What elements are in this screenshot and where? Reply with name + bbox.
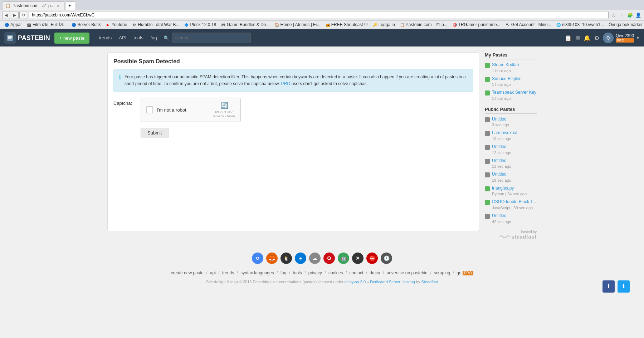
bookmark-ni335103[interactable]: 🌐 ni335103_10.vweb1...	[554, 21, 606, 28]
recaptcha-widget[interactable]: I'm not a robot 🔄 reCAPTCHA Privacy - Te…	[141, 98, 241, 122]
opera-icon[interactable]: O	[323, 253, 335, 264]
bookmark-plesk[interactable]: 🔷 Plesk 12.0.18	[182, 21, 218, 28]
gear-icon[interactable]: ⚙	[594, 35, 599, 41]
bookmark-logga[interactable]: 🔑 Logga in	[370, 21, 397, 28]
facebook-button[interactable]: f	[602, 280, 615, 293]
refresh-button[interactable]: ↻	[19, 11, 27, 19]
paste-time-untitled5: 42 sec ago	[492, 220, 511, 224]
bookmark-youtube-icon: ▶	[106, 22, 111, 27]
active-tab[interactable]: 📋 Pastebin.com - #1 p... ✕	[2, 1, 64, 10]
paste-link-teamspeak[interactable]: Teamspeak Server Key	[492, 90, 537, 95]
new-paste-button[interactable]: + new paste	[54, 33, 89, 44]
paste-link-steam[interactable]: Steam Kodlari	[492, 62, 537, 68]
paste-link-untitled2[interactable]: Untitled	[492, 144, 537, 150]
dedicated-server-hosting-link[interactable]: Dedicated Server Hosting	[370, 280, 415, 284]
nav-right-area: 📋 ✉ 🔔 ⚙ Q Qwe2390 PRO ▼	[565, 33, 640, 43]
footer-scraping[interactable]: scraping	[434, 270, 450, 275]
nav-faq[interactable]: faq	[147, 29, 161, 46]
steadfast-link[interactable]: Steadfast	[421, 280, 438, 284]
bookmark-server-butik-label: Server Butik	[77, 22, 101, 27]
bookmark-trgamer[interactable]: 🎯 TRGamer punishme...	[450, 21, 503, 28]
bookmark-trgamer-icon: 🎯	[452, 22, 457, 27]
chrome-icon[interactable]	[252, 253, 263, 264]
chevron-down-icon: ▼	[636, 36, 640, 40]
user-menu[interactable]: Q Qwe2390 PRO ▼	[603, 33, 640, 43]
paste-icon[interactable]: 📋	[565, 35, 572, 41]
hosted-by-area: hosted by steadfast	[485, 230, 537, 240]
cc-link[interactable]: cc by-sa 3.0	[345, 280, 366, 284]
tab-title: Pastebin.com - #1 p...	[13, 3, 54, 8]
footer-cookies[interactable]: cookies	[328, 270, 343, 275]
extension-icon[interactable]: 🧩	[626, 11, 634, 19]
paste-time-untitled4: 19 sec ago	[492, 178, 511, 182]
footer-create-new-paste[interactable]: create new paste	[171, 270, 203, 275]
paste-lang-triangles: Python |	[492, 192, 507, 196]
android-icon[interactable]: 🤖	[338, 253, 349, 264]
footer-go-pro[interactable]: go PRO	[457, 270, 473, 275]
twitter-button[interactable]: t	[618, 280, 630, 293]
settings-icon[interactable]: ⋮	[618, 11, 625, 19]
bookmark-logga-label: Logga in	[379, 22, 395, 27]
back-button[interactable]: ◀	[2, 11, 10, 19]
firefox-icon[interactable]: 🦊	[266, 253, 278, 264]
pro-link[interactable]: PRO	[281, 81, 290, 86]
paste-icon-untitled4	[485, 172, 490, 177]
windows-icon[interactable]: ⊞	[295, 253, 306, 264]
bookmark-game-bundles[interactable]: 🎮 Game Bundles & De...	[219, 21, 272, 28]
nav-api[interactable]: API	[115, 29, 130, 46]
nav-tools[interactable]: tools	[130, 29, 147, 46]
bookmark-appar[interactable]: 🔵 Appar	[2, 21, 24, 28]
search-input[interactable]	[172, 33, 251, 43]
bookmark-film[interactable]: 🎬 Film izle, Full İzl...	[24, 21, 69, 28]
new-tab-button[interactable]: +	[65, 1, 76, 10]
footer-dmca[interactable]: dmca	[370, 270, 380, 275]
footer-api[interactable]: api	[210, 270, 216, 275]
paste-link-csgo[interactable]: CSGOdouble Black T...	[492, 199, 537, 205]
paste-link-bisexual[interactable]: I am bisexual	[492, 130, 537, 136]
pastebin-logo[interactable]: PASTEBIN	[4, 32, 50, 44]
paste-link-triangles[interactable]: triangles.py	[492, 186, 537, 191]
clock-icon[interactable]: 🕐	[381, 253, 392, 264]
submit-button[interactable]: Submit	[141, 128, 169, 138]
bookmark-other[interactable]: Övriga bokmärker »	[606, 21, 644, 28]
user-profile-icon[interactable]: 👤	[635, 11, 642, 19]
paste-link-sunucu[interactable]: Sunucu Bilgileri	[492, 76, 537, 82]
bookmark-atemos[interactable]: 🏠 Home | Atemos | Fr...	[272, 21, 323, 28]
paste-link-untitled4[interactable]: Untitled	[492, 172, 537, 177]
bookmark-humble[interactable]: ⚙ Humble Total War B...	[130, 21, 181, 28]
cloud-icon[interactable]: ☁	[309, 253, 321, 264]
paste-link-untitled3[interactable]: Untitled	[492, 158, 537, 164]
paste-link-untitled5[interactable]: Untitled	[492, 213, 537, 219]
bookmark-server-butik[interactable]: 🔵 Server Butik	[69, 21, 103, 28]
paste-icon-untitled3	[485, 159, 490, 164]
footer-tools[interactable]: tools	[293, 270, 302, 275]
tab-close-button[interactable]: ✕	[57, 4, 60, 8]
bookmark-pastebin[interactable]: 📋 Pastebin.com - #1 p...	[397, 21, 450, 28]
bookmark-youtube[interactable]: ▶ Youtube	[103, 21, 130, 28]
footer-trends[interactable]: trends	[222, 270, 234, 275]
nav-trends[interactable]: trends	[95, 29, 115, 46]
bookmark-getaccount[interactable]: ⛏ Get Account - Mine...	[503, 21, 553, 28]
bookmark-shoutcast[interactable]: 📻 FREE Shoutcast !!!	[323, 21, 370, 28]
x-icon[interactable]: ✕	[352, 253, 364, 264]
footer-privacy[interactable]: privacy	[308, 270, 322, 275]
footer-links-row: create new paste / api / trends / syntax…	[0, 268, 644, 278]
mail-icon[interactable]: ✉	[575, 35, 580, 41]
footer-contact[interactable]: contact	[350, 270, 364, 275]
linux-icon[interactable]: 🐧	[280, 253, 292, 264]
paste-time-steam: 1 hour ago	[492, 69, 511, 73]
footer-faq[interactable]: faq	[280, 270, 287, 275]
bell-icon[interactable]: 🔔	[584, 35, 591, 41]
paste-info-untitled2: Untitled 12 sec ago	[492, 144, 537, 155]
tab-favicon: 📋	[5, 3, 10, 8]
forward-button[interactable]: ▶	[11, 11, 19, 19]
captcha-checkbox[interactable]	[146, 106, 153, 113]
footer-syntax-languages[interactable]: syntax languages	[240, 270, 274, 275]
footer-advertise[interactable]: advertise on pastebin	[387, 270, 428, 275]
facebook-icon: f	[608, 283, 610, 290]
bookmark-icon[interactable]: ☆	[610, 11, 617, 19]
list-item: Untitled 12 sec ago	[485, 144, 537, 155]
paste-link-untitled1[interactable]: Untitled	[492, 117, 537, 122]
address-bar[interactable]	[29, 11, 609, 19]
stop-icon[interactable]: ⛔	[366, 253, 378, 264]
